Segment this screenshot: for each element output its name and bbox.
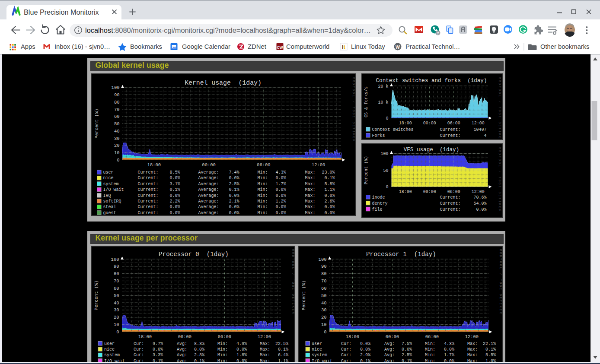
svg-text:Avg:: Avg: xyxy=(384,347,395,351)
svg-text:Percent (%): Percent (%) xyxy=(364,155,369,184)
svg-text:0.1%: 0.1% xyxy=(401,358,412,361)
svg-text:localhost:8080/monitorix-cgi/m: localhost:8080/monitorix-cgi/monitorix.c… xyxy=(85,26,371,34)
svg-text:Max:: Max: xyxy=(305,176,315,180)
svg-text:Blue Precision Monitorix: Blue Precision Monitorix xyxy=(24,8,99,16)
svg-text:0: 0 xyxy=(116,329,119,335)
svg-text:0.1%: 0.1% xyxy=(229,187,239,192)
svg-text:22.1%: 22.1% xyxy=(482,341,495,346)
svg-text:1.8%: 1.8% xyxy=(236,353,246,358)
svg-text:2.2%: 2.2% xyxy=(169,199,180,204)
svg-text:Google Calendar: Google Calendar xyxy=(182,43,230,50)
svg-text:20 k: 20 k xyxy=(378,84,388,89)
svg-text:12:00: 12:00 xyxy=(471,189,484,194)
svg-text:Max:: Max: xyxy=(467,353,478,358)
svg-text:Average:: Average: xyxy=(198,193,219,198)
svg-text:Current:: Current: xyxy=(137,170,158,175)
svg-text:100: 100 xyxy=(318,256,326,262)
svg-text:0: 0 xyxy=(386,185,388,190)
svg-text:70: 70 xyxy=(114,107,119,112)
svg-text:4.3%: 4.3% xyxy=(275,170,286,175)
svg-text:RRDTOOL / TOBI OETIKER: RRDTOOL / TOBI OETIKER xyxy=(499,249,502,315)
svg-text:22.5%: 22.5% xyxy=(275,341,288,346)
svg-text:10: 10 xyxy=(321,322,326,327)
svg-text:I/O wait: I/O wait xyxy=(103,187,124,192)
svg-text:2.5%: 2.5% xyxy=(229,181,239,186)
svg-text:Max:: Max: xyxy=(305,170,315,175)
svg-text:RRDTOOL / TOBI OETIKER: RRDTOOL / TOBI OETIKER xyxy=(498,147,501,212)
svg-text:0.0%: 0.0% xyxy=(275,210,286,215)
svg-text:Max:: Max: xyxy=(467,358,478,361)
svg-text:Current:: Current: xyxy=(137,199,158,204)
svg-text:Avg:: Avg: xyxy=(384,341,395,346)
svg-text:0.0%: 0.0% xyxy=(275,187,286,192)
svg-text:0.1%: 0.1% xyxy=(324,176,335,180)
svg-text:Linux Today: Linux Today xyxy=(351,43,385,50)
svg-text:CS & forks/s: CS & forks/s xyxy=(364,86,369,117)
svg-text:Other bookmarks: Other bookmarks xyxy=(540,43,589,50)
svg-text:guest: guest xyxy=(103,210,116,215)
svg-text:Avg:: Avg: xyxy=(177,347,187,351)
svg-text:Context switches and forks (1: Context switches and forks (1day) xyxy=(376,78,487,84)
svg-text:0.0%: 0.0% xyxy=(169,176,180,180)
svg-text:0.0%: 0.0% xyxy=(275,205,286,209)
svg-text:0.1%: 0.1% xyxy=(194,358,204,361)
svg-text:Current:: Current: xyxy=(137,210,158,215)
svg-text:00:00: 00:00 xyxy=(178,334,191,339)
svg-text:3.3%: 3.3% xyxy=(152,353,163,358)
svg-text:2.1%: 2.1% xyxy=(229,199,239,204)
svg-text:nice: nice xyxy=(312,347,322,351)
svg-text:4.9%: 4.9% xyxy=(236,341,246,346)
svg-text:12:00: 12:00 xyxy=(471,120,484,125)
svg-text:0.0%: 0.0% xyxy=(476,207,486,212)
svg-text:5.8%: 5.8% xyxy=(324,181,335,186)
svg-text:Average:: Average: xyxy=(198,205,219,209)
svg-text:Average:: Average: xyxy=(198,187,219,192)
svg-text:0.0%: 0.0% xyxy=(236,347,246,351)
svg-text:Current:: Current: xyxy=(440,207,460,212)
svg-text:Cur:: Cur: xyxy=(341,353,351,358)
svg-text:Max:: Max: xyxy=(260,347,270,351)
svg-text:0.0%: 0.0% xyxy=(401,347,412,351)
svg-text:18:00: 18:00 xyxy=(147,162,161,168)
svg-text:90: 90 xyxy=(321,264,326,269)
svg-text:VFS usage (1day): VFS usage (1day) xyxy=(403,147,459,153)
svg-text:0.0%: 0.0% xyxy=(275,176,286,180)
svg-text:Min:: Min: xyxy=(257,170,268,175)
svg-text:Current:: Current: xyxy=(137,205,158,209)
svg-text:0: 0 xyxy=(117,157,119,162)
svg-text:Max:: Max: xyxy=(305,205,315,209)
svg-text:10: 10 xyxy=(113,322,119,327)
svg-text:Cur:: Cur: xyxy=(134,358,144,361)
svg-text:Computerworld: Computerworld xyxy=(286,43,329,50)
svg-text:0.0%: 0.0% xyxy=(324,210,335,215)
svg-text:7.4%: 7.4% xyxy=(229,170,239,175)
svg-text:Average:: Average: xyxy=(198,176,219,180)
svg-text:Max:: Max: xyxy=(260,353,270,358)
svg-text:Percent (%): Percent (%) xyxy=(94,280,99,310)
svg-text:1.1%: 1.1% xyxy=(278,358,288,361)
svg-text:28: 28 xyxy=(172,46,176,50)
svg-text:Min:: Min: xyxy=(425,347,435,351)
svg-text:0.0%: 0.0% xyxy=(324,205,335,209)
svg-text:40: 40 xyxy=(321,300,326,305)
svg-text:system: system xyxy=(103,181,118,186)
svg-text:0.0%: 0.0% xyxy=(169,205,180,209)
svg-text:Inbox (16) - sjvn0…: Inbox (16) - sjvn0… xyxy=(54,43,110,50)
svg-text:0.0%: 0.0% xyxy=(229,210,239,215)
svg-text:Max:: Max: xyxy=(305,187,315,192)
svg-text:06:00: 06:00 xyxy=(425,334,439,339)
svg-text:0.0%: 0.0% xyxy=(194,347,204,351)
svg-text:Apps: Apps xyxy=(21,43,35,50)
svg-text:Cur:: Cur: xyxy=(134,353,144,358)
svg-text:Min:: Min: xyxy=(257,181,268,186)
svg-text:Max:: Max: xyxy=(467,347,478,351)
svg-text:0.0%: 0.0% xyxy=(236,358,246,361)
svg-text:1.2%: 1.2% xyxy=(275,199,286,204)
svg-text:70.6%: 70.6% xyxy=(473,195,486,200)
svg-text:0.0%: 0.0% xyxy=(229,176,239,180)
svg-text:RRDTOOL / TOBI OETIKER: RRDTOOL / TOBI OETIKER xyxy=(498,77,501,139)
svg-text:100: 100 xyxy=(380,152,388,156)
svg-text:Cur:: Cur: xyxy=(341,347,351,351)
svg-text:Current:: Current: xyxy=(137,176,158,180)
svg-text:Average:: Average: xyxy=(198,199,219,204)
